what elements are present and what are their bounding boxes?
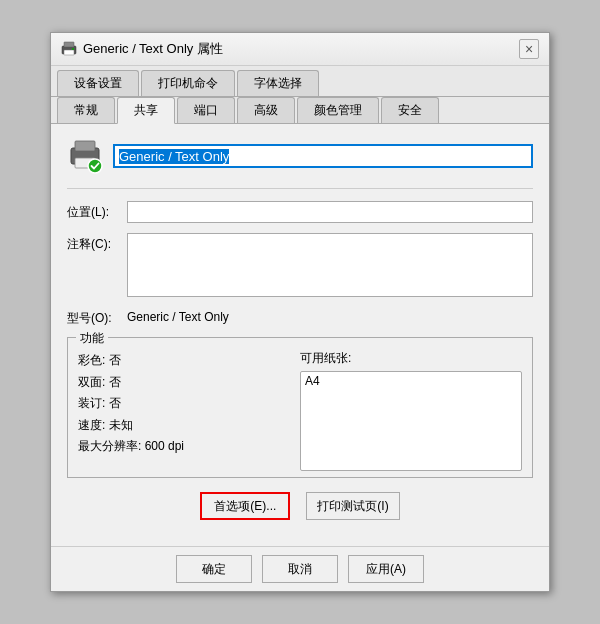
action-buttons-row: 首选项(E)... 打印测试页(I) — [67, 492, 533, 520]
tab-security[interactable]: 安全 — [381, 97, 439, 123]
tabs-top-row: 设备设置 打印机命令 字体选择 — [51, 66, 549, 97]
type-value: Generic / Text Only — [127, 310, 229, 324]
svg-point-7 — [88, 159, 102, 173]
printer-name-row — [67, 138, 533, 174]
speed-feature: 速度: 未知 — [78, 415, 300, 437]
content-area: 位置(L): 注释(C): 型号(O): Generic / Text Only… — [51, 124, 549, 546]
tabs-bottom-row: 常规 共享 端口 高级 颜色管理 安全 — [51, 97, 549, 124]
svg-point-3 — [72, 48, 74, 50]
features-left: 彩色: 否 双面: 否 装订: 否 速度: 未知 最大分辨率: 600 dpi — [78, 350, 300, 471]
paper-label: 可用纸张: — [300, 350, 522, 367]
tab-general[interactable]: 常规 — [57, 97, 115, 123]
features-box: 功能 彩色: 否 双面: 否 装订: 否 速度: 未知 最大分辨率: 600 d… — [67, 337, 533, 478]
apply-button[interactable]: 应用(A) — [348, 555, 424, 583]
type-row: 型号(O): Generic / Text Only — [67, 307, 533, 327]
printer-icon — [67, 138, 103, 174]
staple-feature: 装订: 否 — [78, 393, 300, 415]
location-row: 位置(L): — [67, 201, 533, 223]
window-title: Generic / Text Only 属性 — [83, 40, 223, 58]
tab-sharing[interactable]: 共享 — [117, 97, 175, 124]
close-button[interactable]: × — [519, 39, 539, 59]
location-input[interactable] — [127, 201, 533, 223]
tab-color-management[interactable]: 颜色管理 — [297, 97, 379, 123]
location-label: 位置(L): — [67, 201, 127, 221]
duplex-feature: 双面: 否 — [78, 372, 300, 394]
title-bar: Generic / Text Only 属性 × — [51, 33, 549, 66]
preferences-button[interactable]: 首选项(E)... — [200, 492, 290, 520]
dpi-feature: 最大分辨率: 600 dpi — [78, 436, 300, 458]
printer-icon-container — [67, 138, 103, 174]
title-bar-left: Generic / Text Only 属性 — [61, 40, 223, 58]
type-label: 型号(O): — [67, 307, 127, 327]
tab-advanced[interactable]: 高级 — [237, 97, 295, 123]
features-content: 彩色: 否 双面: 否 装订: 否 速度: 未知 最大分辨率: 600 dpi … — [78, 350, 522, 471]
tab-print-commands[interactable]: 打印机命令 — [141, 70, 235, 96]
comment-textarea[interactable] — [127, 233, 533, 297]
printer-name-input[interactable] — [113, 144, 533, 168]
features-legend: 功能 — [76, 330, 108, 347]
tab-device-settings[interactable]: 设备设置 — [57, 70, 139, 96]
ok-button[interactable]: 确定 — [176, 555, 252, 583]
color-feature: 彩色: 否 — [78, 350, 300, 372]
comment-row: 注释(C): — [67, 233, 533, 297]
svg-rect-5 — [75, 141, 95, 151]
tab-ports[interactable]: 端口 — [177, 97, 235, 123]
footer: 确定 取消 应用(A) — [51, 546, 549, 591]
paper-listbox[interactable]: A4 — [300, 371, 522, 471]
comment-label: 注释(C): — [67, 233, 127, 253]
dialog-window: Generic / Text Only 属性 × 设备设置 打印机命令 字体选择… — [50, 32, 550, 592]
printer-title-icon — [61, 41, 77, 57]
tab-font-selection[interactable]: 字体选择 — [237, 70, 319, 96]
paper-option-a4[interactable]: A4 — [301, 372, 521, 390]
divider-1 — [67, 188, 533, 189]
features-right: 可用纸张: A4 — [300, 350, 522, 471]
test-print-button[interactable]: 打印测试页(I) — [306, 492, 399, 520]
cancel-button[interactable]: 取消 — [262, 555, 338, 583]
svg-rect-1 — [64, 42, 74, 47]
svg-rect-2 — [64, 50, 74, 55]
